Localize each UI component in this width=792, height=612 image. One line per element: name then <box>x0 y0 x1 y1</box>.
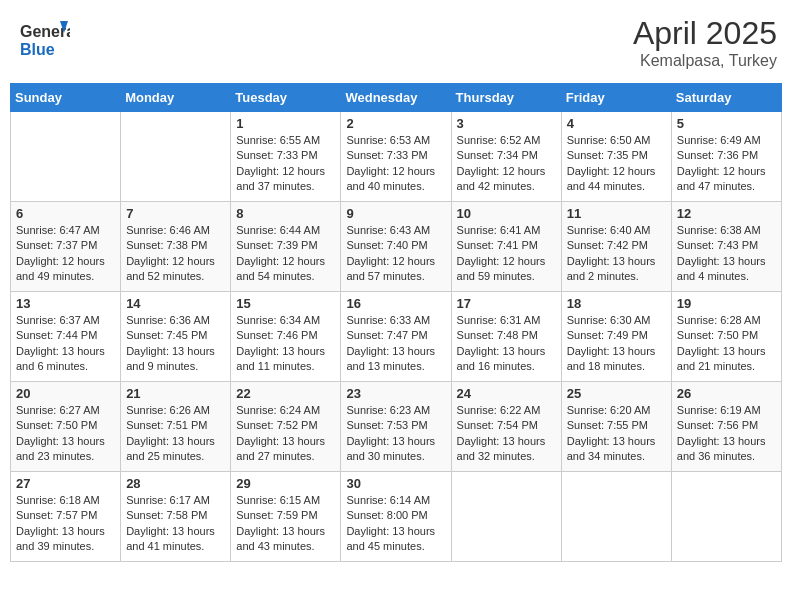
calendar-cell: 6Sunrise: 6:47 AM Sunset: 7:37 PM Daylig… <box>11 202 121 292</box>
header-monday: Monday <box>121 84 231 112</box>
calendar-cell <box>11 112 121 202</box>
calendar-cell: 23Sunrise: 6:23 AM Sunset: 7:53 PM Dayli… <box>341 382 451 472</box>
calendar-week-row: 27Sunrise: 6:18 AM Sunset: 7:57 PM Dayli… <box>11 472 782 562</box>
calendar-cell: 22Sunrise: 6:24 AM Sunset: 7:52 PM Dayli… <box>231 382 341 472</box>
calendar-cell: 11Sunrise: 6:40 AM Sunset: 7:42 PM Dayli… <box>561 202 671 292</box>
day-number: 28 <box>126 476 225 491</box>
header-sunday: Sunday <box>11 84 121 112</box>
day-number: 9 <box>346 206 445 221</box>
day-number: 14 <box>126 296 225 311</box>
calendar-cell <box>451 472 561 562</box>
day-number: 12 <box>677 206 776 221</box>
calendar-cell: 1Sunrise: 6:55 AM Sunset: 7:33 PM Daylig… <box>231 112 341 202</box>
day-content: Sunrise: 6:31 AM Sunset: 7:48 PM Dayligh… <box>457 313 556 375</box>
calendar-cell: 19Sunrise: 6:28 AM Sunset: 7:50 PM Dayli… <box>671 292 781 382</box>
day-number: 24 <box>457 386 556 401</box>
day-content: Sunrise: 6:55 AM Sunset: 7:33 PM Dayligh… <box>236 133 335 195</box>
page-header: General Blue April 2025 Kemalpasa, Turke… <box>10 10 782 75</box>
day-content: Sunrise: 6:41 AM Sunset: 7:41 PM Dayligh… <box>457 223 556 285</box>
calendar-week-row: 1Sunrise: 6:55 AM Sunset: 7:33 PM Daylig… <box>11 112 782 202</box>
calendar-cell: 20Sunrise: 6:27 AM Sunset: 7:50 PM Dayli… <box>11 382 121 472</box>
day-number: 8 <box>236 206 335 221</box>
day-content: Sunrise: 6:46 AM Sunset: 7:38 PM Dayligh… <box>126 223 225 285</box>
day-number: 2 <box>346 116 445 131</box>
day-content: Sunrise: 6:44 AM Sunset: 7:39 PM Dayligh… <box>236 223 335 285</box>
calendar-cell: 21Sunrise: 6:26 AM Sunset: 7:51 PM Dayli… <box>121 382 231 472</box>
calendar-cell: 9Sunrise: 6:43 AM Sunset: 7:40 PM Daylig… <box>341 202 451 292</box>
calendar-cell: 12Sunrise: 6:38 AM Sunset: 7:43 PM Dayli… <box>671 202 781 292</box>
day-content: Sunrise: 6:27 AM Sunset: 7:50 PM Dayligh… <box>16 403 115 465</box>
calendar-header-row: Sunday Monday Tuesday Wednesday Thursday… <box>11 84 782 112</box>
title-area: April 2025 Kemalpasa, Turkey <box>633 15 777 70</box>
calendar-table: Sunday Monday Tuesday Wednesday Thursday… <box>10 83 782 562</box>
header-friday: Friday <box>561 84 671 112</box>
day-content: Sunrise: 6:26 AM Sunset: 7:51 PM Dayligh… <box>126 403 225 465</box>
day-content: Sunrise: 6:38 AM Sunset: 7:43 PM Dayligh… <box>677 223 776 285</box>
logo: General Blue <box>20 15 70 69</box>
day-content: Sunrise: 6:14 AM Sunset: 8:00 PM Dayligh… <box>346 493 445 555</box>
calendar-cell: 24Sunrise: 6:22 AM Sunset: 7:54 PM Dayli… <box>451 382 561 472</box>
day-number: 10 <box>457 206 556 221</box>
day-content: Sunrise: 6:47 AM Sunset: 7:37 PM Dayligh… <box>16 223 115 285</box>
day-content: Sunrise: 6:18 AM Sunset: 7:57 PM Dayligh… <box>16 493 115 555</box>
day-number: 29 <box>236 476 335 491</box>
calendar-cell: 2Sunrise: 6:53 AM Sunset: 7:33 PM Daylig… <box>341 112 451 202</box>
day-number: 6 <box>16 206 115 221</box>
calendar-week-row: 13Sunrise: 6:37 AM Sunset: 7:44 PM Dayli… <box>11 292 782 382</box>
day-number: 23 <box>346 386 445 401</box>
header-tuesday: Tuesday <box>231 84 341 112</box>
calendar-cell: 26Sunrise: 6:19 AM Sunset: 7:56 PM Dayli… <box>671 382 781 472</box>
day-content: Sunrise: 6:19 AM Sunset: 7:56 PM Dayligh… <box>677 403 776 465</box>
day-number: 21 <box>126 386 225 401</box>
calendar-cell: 15Sunrise: 6:34 AM Sunset: 7:46 PM Dayli… <box>231 292 341 382</box>
day-number: 18 <box>567 296 666 311</box>
day-content: Sunrise: 6:34 AM Sunset: 7:46 PM Dayligh… <box>236 313 335 375</box>
calendar-week-row: 6Sunrise: 6:47 AM Sunset: 7:37 PM Daylig… <box>11 202 782 292</box>
calendar-subtitle: Kemalpasa, Turkey <box>633 52 777 70</box>
calendar-cell <box>671 472 781 562</box>
calendar-cell <box>121 112 231 202</box>
day-number: 15 <box>236 296 335 311</box>
calendar-title: April 2025 <box>633 15 777 52</box>
day-number: 25 <box>567 386 666 401</box>
calendar-cell: 5Sunrise: 6:49 AM Sunset: 7:36 PM Daylig… <box>671 112 781 202</box>
calendar-cell: 30Sunrise: 6:14 AM Sunset: 8:00 PM Dayli… <box>341 472 451 562</box>
day-content: Sunrise: 6:20 AM Sunset: 7:55 PM Dayligh… <box>567 403 666 465</box>
day-content: Sunrise: 6:33 AM Sunset: 7:47 PM Dayligh… <box>346 313 445 375</box>
day-content: Sunrise: 6:17 AM Sunset: 7:58 PM Dayligh… <box>126 493 225 555</box>
day-content: Sunrise: 6:36 AM Sunset: 7:45 PM Dayligh… <box>126 313 225 375</box>
day-content: Sunrise: 6:24 AM Sunset: 7:52 PM Dayligh… <box>236 403 335 465</box>
day-number: 27 <box>16 476 115 491</box>
day-content: Sunrise: 6:50 AM Sunset: 7:35 PM Dayligh… <box>567 133 666 195</box>
day-content: Sunrise: 6:53 AM Sunset: 7:33 PM Dayligh… <box>346 133 445 195</box>
day-number: 7 <box>126 206 225 221</box>
calendar-cell: 7Sunrise: 6:46 AM Sunset: 7:38 PM Daylig… <box>121 202 231 292</box>
day-number: 17 <box>457 296 556 311</box>
calendar-week-row: 20Sunrise: 6:27 AM Sunset: 7:50 PM Dayli… <box>11 382 782 472</box>
day-number: 11 <box>567 206 666 221</box>
calendar-cell: 13Sunrise: 6:37 AM Sunset: 7:44 PM Dayli… <box>11 292 121 382</box>
calendar-cell: 17Sunrise: 6:31 AM Sunset: 7:48 PM Dayli… <box>451 292 561 382</box>
day-number: 5 <box>677 116 776 131</box>
day-content: Sunrise: 6:43 AM Sunset: 7:40 PM Dayligh… <box>346 223 445 285</box>
calendar-cell: 3Sunrise: 6:52 AM Sunset: 7:34 PM Daylig… <box>451 112 561 202</box>
day-number: 3 <box>457 116 556 131</box>
day-number: 4 <box>567 116 666 131</box>
calendar-cell: 28Sunrise: 6:17 AM Sunset: 7:58 PM Dayli… <box>121 472 231 562</box>
day-content: Sunrise: 6:22 AM Sunset: 7:54 PM Dayligh… <box>457 403 556 465</box>
logo-icon: General Blue <box>20 15 70 65</box>
calendar-cell: 8Sunrise: 6:44 AM Sunset: 7:39 PM Daylig… <box>231 202 341 292</box>
calendar-cell <box>561 472 671 562</box>
calendar-cell: 10Sunrise: 6:41 AM Sunset: 7:41 PM Dayli… <box>451 202 561 292</box>
day-number: 22 <box>236 386 335 401</box>
calendar-cell: 27Sunrise: 6:18 AM Sunset: 7:57 PM Dayli… <box>11 472 121 562</box>
day-content: Sunrise: 6:23 AM Sunset: 7:53 PM Dayligh… <box>346 403 445 465</box>
calendar-cell: 4Sunrise: 6:50 AM Sunset: 7:35 PM Daylig… <box>561 112 671 202</box>
day-content: Sunrise: 6:40 AM Sunset: 7:42 PM Dayligh… <box>567 223 666 285</box>
day-number: 26 <box>677 386 776 401</box>
day-number: 13 <box>16 296 115 311</box>
day-content: Sunrise: 6:49 AM Sunset: 7:36 PM Dayligh… <box>677 133 776 195</box>
header-saturday: Saturday <box>671 84 781 112</box>
calendar-cell: 29Sunrise: 6:15 AM Sunset: 7:59 PM Dayli… <box>231 472 341 562</box>
header-thursday: Thursday <box>451 84 561 112</box>
